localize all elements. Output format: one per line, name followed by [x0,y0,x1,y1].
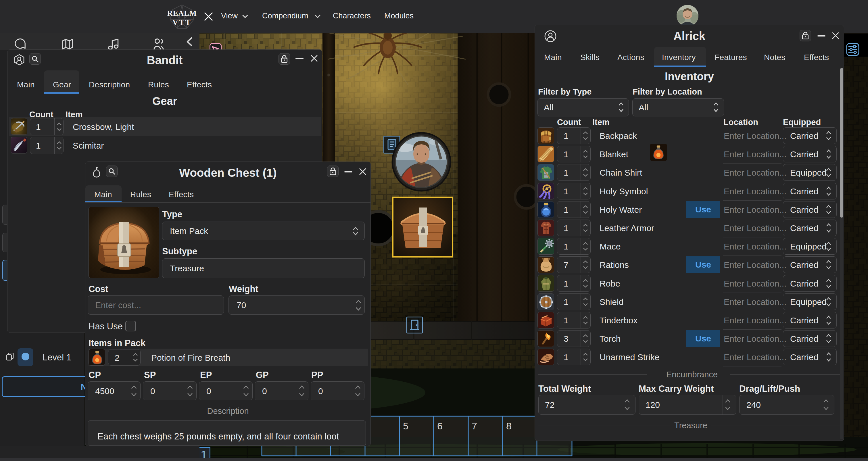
svg-text:8: 8 [506,421,512,431]
svg-text:5: 5 [403,421,408,431]
svg-text:REALM: REALM [167,9,197,18]
svg-text:7: 7 [472,421,477,431]
svg-text:VTT: VTT [173,18,191,27]
svg-text:6: 6 [437,421,443,431]
